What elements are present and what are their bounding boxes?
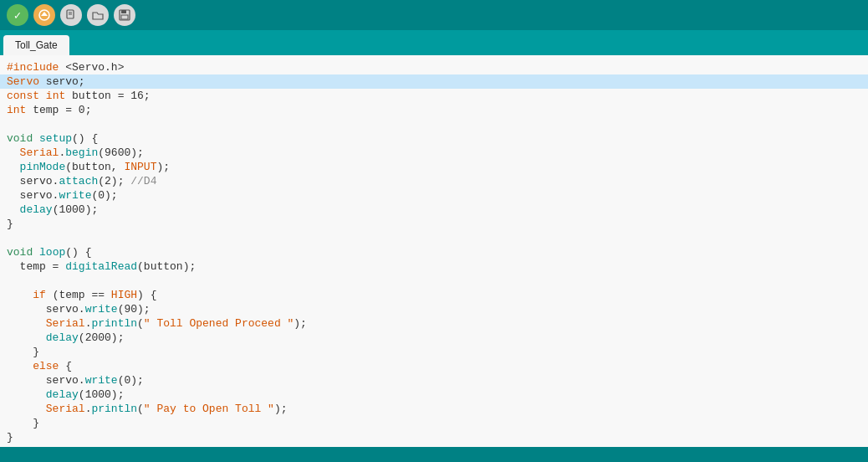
code-line-4: int temp = 0; [0, 103, 868, 117]
code-line-24: delay(1000); [0, 388, 868, 402]
new-button[interactable] [60, 4, 82, 26]
code-line-19: Serial.println(" Toll Opened Proceed "); [0, 316, 868, 331]
code-line-26: } [0, 416, 868, 430]
open-button[interactable] [87, 4, 109, 26]
svg-rect-6 [121, 10, 126, 13]
code-line-8: pinMode(button, INPUT); [0, 160, 868, 174]
code-line-16 [0, 274, 868, 288]
code-line-6: void setup() { [0, 131, 868, 146]
code-line-20: delay(2000); [0, 331, 868, 345]
code-line-22: else { [0, 359, 868, 373]
toolbar: ✓ [0, 0, 868, 30]
code-line-17: if (temp == HIGH) { [0, 288, 868, 302]
code-line-1: #include <Servo.h> [0, 60, 868, 74]
code-line-25: Serial.println(" Pay to Open Toll "); [0, 402, 868, 416]
code-line-9: servo.attach(2); //D4 [0, 174, 868, 188]
verify-button[interactable]: ✓ [7, 4, 28, 26]
svg-marker-1 [41, 12, 48, 16]
save-button[interactable] [114, 4, 135, 26]
code-editor[interactable]: #include <Servo.h> Servo servo; const in… [0, 55, 868, 447]
code-line-18: servo.write(90); [0, 302, 868, 316]
code-line-3: const int button = 16; [0, 89, 868, 103]
code-line-13 [0, 231, 868, 245]
statusbar [0, 447, 868, 462]
code-line-14: void loop() { [0, 245, 868, 259]
code-line-10: servo.write(0); [0, 188, 868, 203]
code-line-5 [0, 117, 868, 131]
code-line-11: delay(1000); [0, 203, 868, 217]
code-line-7: Serial.begin(9600); [0, 146, 868, 160]
tabbar: Toll_Gate [0, 30, 868, 55]
upload-button[interactable] [33, 4, 55, 26]
tab-toll-gate[interactable]: Toll_Gate [3, 35, 69, 55]
code-line-15: temp = digitalRead(button); [0, 259, 868, 274]
code-line-21: } [0, 345, 868, 359]
code-line-23: servo.write(0); [0, 373, 868, 388]
code-line-27: } [0, 430, 868, 444]
code-line-2: Servo servo; [0, 74, 868, 89]
svg-rect-7 [121, 15, 128, 19]
code-line-12: } [0, 217, 868, 231]
